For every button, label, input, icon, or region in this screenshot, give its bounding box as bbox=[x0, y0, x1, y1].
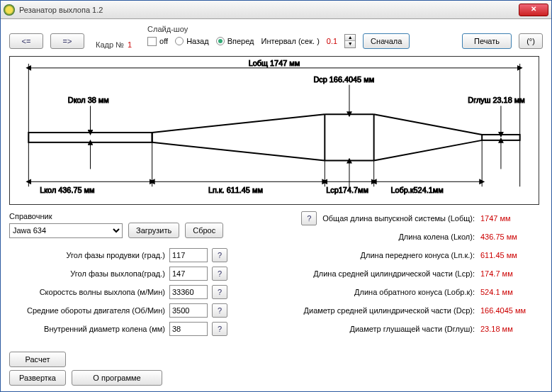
result-label-dglush: Диаметр глушащей части (Dглуш): bbox=[349, 325, 475, 333]
reference-select[interactable]: Jawa 634 bbox=[9, 223, 123, 238]
result-value-center: 174.7 мм bbox=[480, 269, 543, 278]
svg-text:Lcp174.7мм: Lcp174.7мм bbox=[326, 186, 368, 194]
param-input-rpm[interactable] bbox=[169, 303, 208, 318]
slideshow-label: Слайд-шоу bbox=[147, 25, 410, 33]
interval-spinner[interactable]: ▲▼ bbox=[344, 34, 356, 48]
slideshow-off-checkbox[interactable]: off bbox=[147, 37, 168, 46]
param-input-purge-angle[interactable] bbox=[169, 248, 208, 262]
help-button[interactable]: ? bbox=[212, 303, 227, 318]
result-value-front-cone: 611.45 мм bbox=[480, 251, 543, 259]
help-button[interactable]: ? bbox=[212, 322, 227, 336]
interval-label: Интервал (сек. ) bbox=[261, 37, 320, 45]
about-button[interactable]: О программе bbox=[72, 370, 162, 386]
restart-button[interactable]: Сначала bbox=[363, 33, 410, 49]
calculate-button[interactable]: Расчет bbox=[9, 352, 66, 367]
load-button[interactable]: Загрузить bbox=[128, 223, 179, 238]
param-label-wave-speed: Скоростсь волны выхлопа (м/Мин) bbox=[9, 288, 165, 296]
expand-button[interactable]: Развертка bbox=[9, 370, 66, 386]
spinner-down-icon: ▼ bbox=[345, 41, 355, 47]
app-icon bbox=[4, 4, 15, 16]
param-input-exhaust-angle[interactable] bbox=[169, 267, 208, 281]
param-label-purge-angle: Угол фазы продувки (град.) bbox=[9, 251, 165, 259]
help-button[interactable]: ? bbox=[301, 211, 317, 225]
slideshow-back-radio[interactable]: Назад bbox=[175, 37, 209, 45]
reference-label: Справочник bbox=[9, 212, 278, 220]
svg-text:Lкол 436.75 мм: Lкол 436.75 мм bbox=[40, 186, 94, 194]
svg-text:Lобщ 1747 мм: Lобщ 1747 мм bbox=[249, 59, 300, 67]
interval-value: 0.1 bbox=[327, 37, 337, 45]
exhaust-diagram: Lобщ 1747 мм bbox=[9, 56, 539, 205]
result-label-knee: Длина колена (Lкол): bbox=[398, 233, 475, 241]
result-value-rear-cone: 524.1 мм bbox=[480, 288, 543, 296]
close-button[interactable]: ✕ bbox=[519, 4, 548, 16]
param-input-knee-diameter[interactable] bbox=[169, 322, 208, 336]
result-value-total: 1747 мм bbox=[480, 214, 543, 223]
next-frame-button[interactable]: => bbox=[50, 33, 84, 49]
svg-text:Dкол 38 мм: Dкол 38 мм bbox=[68, 96, 109, 104]
result-label-total: Общая длина выпускной системы (Lобщ): bbox=[322, 214, 475, 223]
svg-text:Lобр.к524.1мм: Lобр.к524.1мм bbox=[390, 186, 443, 194]
result-label-rear-cone: Длина обратного конуса (Lобр.к): bbox=[354, 288, 475, 296]
result-value-dcp: 166.4045 мм bbox=[480, 306, 543, 315]
param-label-rpm: Средние обороты двигателя (Об/Мин) bbox=[9, 306, 165, 315]
svg-text:Dcp 166.4045 мм: Dcp 166.4045 мм bbox=[313, 75, 374, 84]
titlebar: Резанатор выхлопа 1.2 ✕ bbox=[1, 1, 551, 19]
result-label-dcp: Диаметр средней цилиндрической части (Dc… bbox=[304, 306, 475, 315]
svg-text:Dглуш 23.18 мм: Dглуш 23.18 мм bbox=[468, 96, 524, 104]
param-label-exhaust-angle: Угол фазы выхлопа(град.) bbox=[9, 269, 165, 278]
result-label-front-cone: Длина переднего конуса (Lп.к.): bbox=[361, 251, 475, 259]
help-button[interactable]: ? bbox=[212, 248, 227, 262]
result-label-center: Длина средней цилиндрической части (Lcp)… bbox=[313, 269, 475, 278]
window-title: Резанатор выхлопа 1.2 bbox=[19, 6, 519, 14]
svg-rect-9 bbox=[482, 135, 519, 140]
svg-text:Lп.к. 611.45 мм: Lп.к. 611.45 мм bbox=[208, 186, 263, 194]
param-input-wave-speed[interactable] bbox=[169, 285, 208, 299]
svg-rect-4 bbox=[28, 133, 152, 142]
slideshow-forward-radio[interactable]: Вперед bbox=[216, 37, 254, 45]
degrees-button[interactable]: (°) bbox=[519, 33, 543, 49]
print-button[interactable]: Печать bbox=[462, 33, 512, 49]
frame-label: Кадр № 1 bbox=[96, 40, 132, 49]
prev-frame-button[interactable]: <= bbox=[9, 33, 43, 49]
frame-number: 1 bbox=[128, 40, 132, 49]
spinner-up-icon: ▲ bbox=[345, 35, 355, 41]
reset-button[interactable]: Сброс bbox=[185, 223, 223, 238]
param-label-knee-diameter: Внутренний диаметр колена (мм) bbox=[9, 325, 165, 333]
result-value-knee: 436.75 мм bbox=[480, 233, 543, 241]
help-button[interactable]: ? bbox=[212, 267, 227, 281]
help-button[interactable]: ? bbox=[212, 285, 227, 299]
result-value-dglush: 23.18 мм bbox=[480, 325, 543, 333]
